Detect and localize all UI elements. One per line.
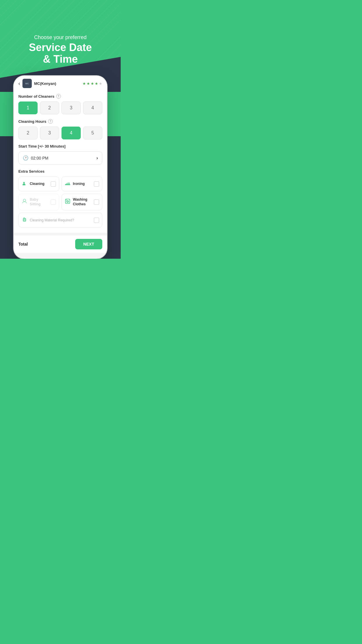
phone-frame: ‹ MC MC(Kenyan) ★ ★ ★ ★ ★ (14, 76, 107, 259)
cleaners-btn-4[interactable]: 4 (83, 102, 102, 114)
cleaners-btn-3[interactable]: 3 (61, 102, 81, 114)
svg-point-11 (66, 200, 67, 201)
hero-subtitle: Choose your preferred (29, 34, 92, 41)
washing-icon (65, 198, 71, 206)
cleaning-icon (22, 180, 27, 188)
ironing-label: Ironing (73, 182, 85, 186)
hours-help-icon[interactable]: ? (48, 119, 53, 124)
hours-section-label: Cleaning Hours ? (18, 119, 102, 124)
clock-icon: 🕑 (23, 155, 29, 161)
phone-footer: Total NEXT (14, 235, 107, 253)
cm-left: Cleaning Material Required? (22, 216, 74, 224)
hours-btn-5[interactable]: 5 (83, 127, 102, 139)
ironing-icon (65, 181, 71, 187)
svg-point-6 (23, 199, 26, 202)
babysitting-label: BabySitting (30, 197, 41, 206)
services-grid: Cleaning (18, 176, 102, 210)
svg-rect-1 (23, 184, 25, 185)
cleaning-label: Cleaning (30, 182, 45, 186)
time-picker[interactable]: 🕑 02:00 PM › (18, 151, 102, 164)
svg-point-10 (67, 201, 69, 203)
svg-point-7 (24, 200, 24, 200)
service-babysitting-left: BabySitting (22, 197, 41, 206)
washing-checkbox[interactable] (94, 200, 99, 205)
svg-point-5 (69, 183, 70, 184)
star-1: ★ (82, 81, 86, 86)
star-3: ★ (91, 81, 94, 86)
page: Choose your preferred Service Date & Tim… (0, 0, 121, 259)
time-value: 02:00 PM (31, 156, 48, 160)
extra-services-label: Extra Services (18, 169, 102, 174)
svg-rect-4 (65, 184, 70, 185)
cleaning-material-card[interactable]: Cleaning Material Required? (18, 213, 102, 228)
cleaners-btn-1[interactable]: 1 (18, 102, 38, 114)
hero-title: Service Date & Time (29, 42, 92, 65)
service-cleaning[interactable]: Cleaning (18, 176, 59, 191)
service-washing-left: WashingClothes (65, 197, 87, 206)
phone-topbar: ‹ MC MC(Kenyan) ★ ★ ★ ★ ★ (14, 76, 107, 90)
hours-grid: 2 3 4 5 (18, 127, 102, 139)
svg-rect-3 (23, 182, 25, 183)
cleaning-material-label: Cleaning Material Required? (30, 218, 74, 222)
cleaners-btn-2[interactable]: 2 (40, 102, 59, 114)
cleaners-section-label: Number of Cleaners ? (18, 94, 102, 99)
svg-point-8 (25, 200, 26, 200)
total-label: Total (18, 242, 28, 246)
service-washing[interactable]: WashingClothes (61, 194, 102, 210)
start-time-section: Start Time [+/- 30 Minutes] 🕑 02:00 PM › (18, 144, 102, 164)
hero-text: Choose your preferred Service Date & Tim… (23, 17, 98, 65)
service-babysitting[interactable]: BabySitting (18, 194, 59, 210)
service-ironing[interactable]: Ironing (61, 176, 102, 191)
next-button[interactable]: NEXT (75, 239, 102, 249)
time-picker-left: 🕑 02:00 PM (23, 155, 48, 161)
start-time-label: Start Time [+/- 30 Minutes] (18, 144, 102, 148)
babysitting-checkbox[interactable] (51, 200, 56, 205)
provider-info: MC MC(Kenyan) (22, 79, 82, 88)
chevron-right-icon: › (96, 155, 98, 161)
service-ironing-left: Ironing (65, 181, 85, 187)
star-4: ★ (95, 81, 98, 86)
hours-btn-3[interactable]: 3 (40, 127, 59, 139)
star-2: ★ (87, 81, 90, 86)
washing-label: WashingClothes (73, 197, 87, 206)
cleaning-checkbox[interactable] (51, 181, 56, 187)
star-5: ★ (99, 81, 102, 86)
cleaners-grid: 1 2 3 4 (18, 102, 102, 114)
cleaners-help-icon[interactable]: ? (56, 94, 61, 99)
provider-name: MC(Kenyan) (34, 81, 56, 86)
service-cleaning-left: Cleaning (22, 180, 45, 188)
svg-rect-12 (24, 218, 25, 218)
star-rating: ★ ★ ★ ★ ★ (82, 81, 102, 86)
ironing-checkbox[interactable] (94, 181, 99, 187)
cleaning-material-checkbox[interactable] (94, 218, 99, 223)
back-button[interactable]: ‹ (18, 80, 20, 87)
cleaning-material-icon (22, 216, 27, 224)
hours-btn-2[interactable]: 2 (18, 127, 38, 139)
phone-mockup: ‹ MC MC(Kenyan) ★ ★ ★ ★ ★ (0, 76, 121, 259)
babysitting-icon (22, 198, 27, 206)
phone-content: Number of Cleaners ? 1 2 3 4 Cleaning Ho… (14, 90, 107, 233)
avatar: MC (22, 79, 32, 88)
extra-services-section: Extra Services (18, 169, 102, 228)
hours-btn-4[interactable]: 4 (61, 127, 81, 139)
